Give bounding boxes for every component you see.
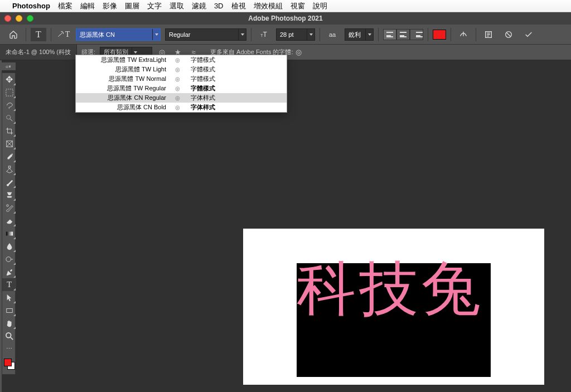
antialias-value: 銳利 (345, 29, 365, 40)
divider (26, 28, 26, 41)
menu-edit[interactable]: 編輯 (80, 1, 95, 11)
divider (476, 28, 476, 41)
eyedropper-tool[interactable] (2, 150, 16, 163)
menu-layer[interactable]: 圖層 (125, 1, 139, 11)
font-sample: 字体样式 (191, 94, 282, 102)
align-left-button[interactable] (383, 29, 396, 40)
document-tab[interactable]: 未命名-1 @ 100% (科技 (0, 45, 77, 60)
font-sample: 字体样式 (191, 103, 282, 112)
eraser-tool[interactable] (2, 214, 16, 227)
align-center-button[interactable] (396, 29, 410, 40)
menu-3d[interactable]: 3D (214, 2, 224, 10)
font-option[interactable]: 思源黑體 TW Light ◎ 字體樣式 (76, 65, 287, 74)
clone-stamp-tool[interactable] (2, 188, 16, 201)
crop-tool[interactable] (2, 124, 16, 137)
marquee-tool[interactable] (2, 86, 16, 99)
brush-tool[interactable] (2, 176, 16, 188)
history-brush-tool[interactable] (2, 201, 16, 214)
menu-file[interactable]: 檔案 (58, 1, 72, 11)
type-tool[interactable]: T (2, 278, 16, 291)
divider (251, 28, 251, 41)
menu-view[interactable]: 檢視 (231, 1, 246, 11)
cloud-icon: ◎ (175, 57, 185, 63)
font-option[interactable]: 思源黑體 TW Normal ◎ 字體樣式 (76, 74, 287, 84)
text-layer-box[interactable]: 科技兔 (297, 263, 491, 377)
cloud-icon: ◎ (175, 66, 185, 72)
font-name: 思源黑體 TW Light (80, 65, 170, 74)
font-option[interactable]: 思源黑体 CN Bold ◎ 字体样式 (76, 103, 287, 112)
font-size-combo[interactable]: 28 pt (276, 28, 315, 41)
menu-filter[interactable]: 濾鏡 (192, 1, 206, 11)
warp-text-button[interactable] (456, 28, 471, 41)
quick-select-tool[interactable] (2, 112, 16, 124)
pen-tool[interactable] (2, 265, 16, 278)
home-button[interactable] (6, 28, 21, 41)
text-color-swatch[interactable] (433, 30, 446, 40)
font-size-value[interactable]: 28 pt (277, 29, 307, 40)
shape-tool[interactable] (2, 304, 16, 317)
menu-image[interactable]: 影像 (103, 1, 117, 11)
antialias-combo[interactable]: 銳利 (345, 28, 374, 41)
menu-type[interactable]: 文字 (147, 1, 162, 11)
more-tools-icon[interactable]: ⋯ (2, 342, 16, 355)
font-size-dropdown-icon[interactable] (307, 29, 314, 40)
font-name: 思源黑體 TW Regular (80, 84, 170, 93)
font-family-value[interactable]: 思源黑体 CN (76, 29, 152, 40)
toolbox-collapse-grip[interactable]: « (2, 62, 16, 70)
window-titlebar: Adobe Photoshop 2021 (0, 12, 571, 25)
document-canvas[interactable]: 科技兔 (243, 229, 544, 385)
frame-tool[interactable] (2, 137, 16, 150)
lasso-tool[interactable] (2, 99, 16, 112)
dodge-tool[interactable] (2, 253, 16, 265)
menu-app[interactable]: Photoshop (12, 2, 50, 10)
commit-button[interactable] (521, 28, 536, 41)
fg-bg-swatch[interactable] (2, 357, 16, 374)
adobe-fonts-icon[interactable]: ◎ (293, 48, 304, 56)
font-style-combo[interactable]: Regular (165, 28, 246, 41)
path-select-tool[interactable] (2, 291, 16, 304)
hand-tool[interactable] (2, 317, 16, 330)
menu-select[interactable]: 選取 (170, 1, 184, 11)
svg-point-6 (6, 204, 8, 206)
font-option[interactable]: 思源黑体 CN Regular ◎ 字体样式 (76, 93, 287, 103)
font-name: 思源黑體 TW ExtraLight (80, 56, 170, 64)
font-name: 思源黑体 CN Regular (80, 94, 170, 102)
text-layer-content[interactable]: 科技兔 (297, 259, 484, 318)
svg-point-3 (6, 115, 10, 119)
font-sample: 字體樣式 (191, 65, 282, 74)
font-sample: 字體樣式 (191, 75, 282, 83)
text-orientation-button[interactable]: ⸕T (56, 28, 71, 41)
menu-window[interactable]: 視窗 (291, 1, 305, 11)
svg-rect-7 (6, 231, 12, 235)
menu-help[interactable]: 說明 (313, 1, 327, 11)
font-option[interactable]: 思源黑體 TW Regular ◎ 字體樣式 (76, 84, 287, 93)
menu-plugins[interactable]: 增效模組 (254, 1, 283, 11)
toolbox: ✥ T (2, 72, 16, 375)
foreground-color-swatch[interactable] (4, 359, 12, 366)
type-tool-preset-icon[interactable]: T (31, 28, 46, 41)
healing-brush-tool[interactable] (2, 163, 16, 176)
cloud-icon: ◎ (175, 95, 185, 101)
zoom-tool[interactable] (2, 330, 16, 342)
font-name: 思源黑体 CN Bold (80, 103, 170, 112)
document-tab-label: 未命名-1 @ 100% (科技 (6, 48, 71, 56)
move-tool[interactable]: ✥ (2, 73, 16, 86)
svg-point-10 (6, 332, 11, 337)
font-dropdown-panel: 思源黑體 TW ExtraLight ◎ 字體樣式 思源黑體 TW Light … (75, 55, 287, 113)
blur-tool[interactable] (2, 240, 16, 253)
gradient-tool[interactable] (2, 227, 16, 240)
font-family-combo[interactable]: 思源黑体 CN (76, 28, 161, 41)
cancel-button[interactable] (501, 28, 516, 41)
character-panel-button[interactable] (481, 28, 496, 41)
font-style-dropdown-icon[interactable] (238, 29, 246, 40)
window-title: Adobe Photoshop 2021 (0, 14, 571, 22)
font-style-value: Regular (166, 29, 238, 40)
font-size-icon: TT (256, 28, 272, 41)
cloud-icon: ◎ (175, 104, 185, 110)
align-right-button[interactable] (410, 29, 423, 40)
options-bar: T ⸕T 思源黑体 CN Regular TT 28 pt aa 銳利 (0, 25, 571, 45)
antialias-dropdown-icon[interactable] (365, 29, 373, 40)
font-option[interactable]: 思源黑體 TW ExtraLight ◎ 字體樣式 (76, 55, 287, 65)
font-sample: 字體樣式 (191, 84, 282, 93)
font-family-dropdown-icon[interactable] (152, 29, 160, 40)
